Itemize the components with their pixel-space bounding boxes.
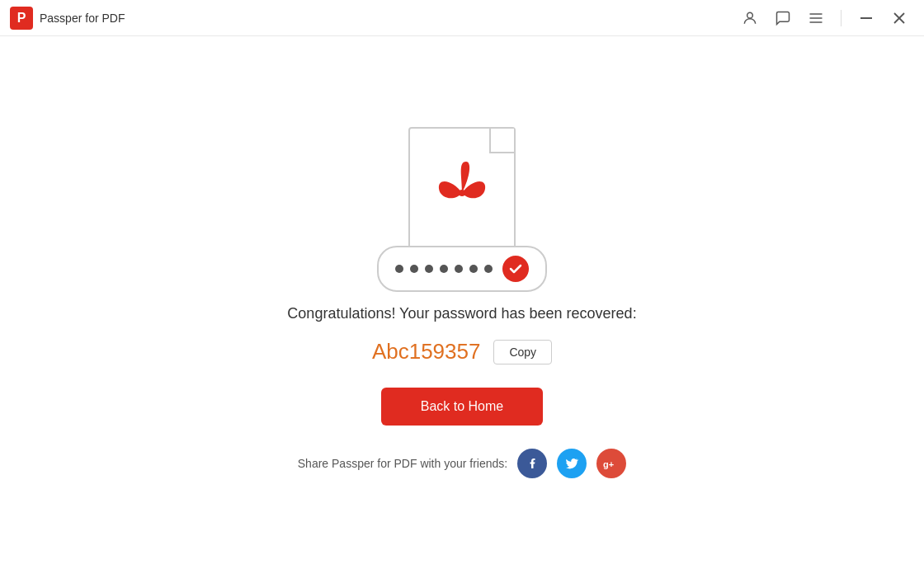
minimize-button[interactable] — [851, 3, 881, 33]
titlebar: P Passper for PDF — [0, 0, 924, 36]
close-button[interactable] — [884, 3, 914, 33]
main-content: Congratulations! Your password has been … — [0, 36, 924, 569]
app-title: Passper for PDF — [40, 12, 125, 25]
dot-2 — [410, 265, 418, 273]
titlebar-controls — [735, 3, 914, 33]
password-value: Abc159357 — [372, 339, 481, 364]
menu-icon[interactable] — [801, 3, 831, 33]
titlebar-left: P Passper for PDF — [10, 7, 125, 30]
svg-point-7 — [459, 190, 465, 196]
pdf-acrobat-logo — [429, 152, 495, 226]
svg-rect-4 — [860, 17, 872, 19]
titlebar-divider — [841, 10, 842, 26]
share-section: Share Passper for PDF with your friends:… — [298, 449, 626, 478]
pdf-icon-wrapper — [396, 127, 528, 292]
svg-point-0 — [747, 12, 753, 18]
password-display: Abc159357 Copy — [372, 339, 552, 364]
pdf-file-icon — [408, 127, 516, 259]
svg-text:g+: g+ — [603, 459, 614, 469]
dot-5 — [455, 265, 463, 273]
password-bar — [377, 246, 547, 292]
dot-1 — [395, 265, 403, 273]
app-logo: P — [10, 7, 33, 30]
twitter-share-button[interactable] — [557, 449, 587, 478]
facebook-share-button[interactable] — [517, 449, 547, 478]
back-to-home-button[interactable]: Back to Home — [381, 388, 543, 426]
check-circle-icon — [502, 256, 529, 282]
google-share-button[interactable]: g+ — [596, 449, 626, 478]
chat-icon[interactable] — [768, 3, 798, 33]
dot-3 — [425, 265, 433, 273]
dot-6 — [469, 265, 478, 273]
dot-4 — [440, 265, 448, 273]
copy-button[interactable]: Copy — [493, 340, 552, 364]
user-icon[interactable] — [735, 3, 765, 33]
share-text: Share Passper for PDF with your friends: — [298, 457, 507, 470]
congrats-text: Congratulations! Your password has been … — [287, 305, 636, 322]
dot-7 — [484, 265, 493, 273]
